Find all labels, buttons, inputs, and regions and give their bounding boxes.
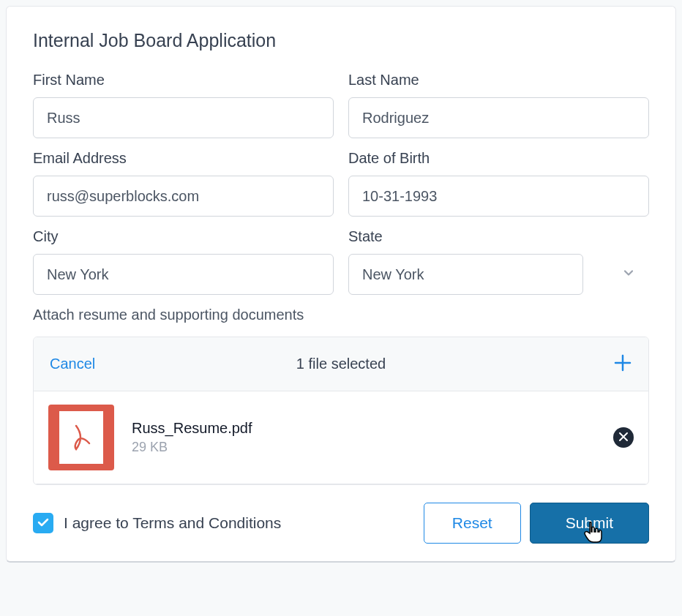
row-city-state: City State (33, 228, 649, 295)
state-label: State (348, 228, 649, 245)
dob-input[interactable] (348, 176, 649, 217)
submit-button-label: Submit (566, 514, 613, 532)
form-title: Internal Job Board Application (33, 30, 649, 51)
last-name-label: Last Name (348, 72, 649, 89)
file-item: Russ_Resume.pdf 29 KB (34, 391, 648, 484)
state-group: State (348, 228, 649, 295)
close-icon (618, 432, 629, 444)
remove-file-button[interactable] (613, 427, 634, 448)
chevron-down-icon (621, 266, 636, 283)
file-name: Russ_Resume.pdf (132, 420, 596, 437)
dob-group: Date of Birth (348, 150, 649, 217)
dob-label: Date of Birth (348, 150, 649, 167)
add-file-button[interactable] (613, 353, 632, 375)
file-size: 29 KB (132, 440, 596, 455)
file-count-text: 1 file selected (296, 356, 386, 372)
first-name-label: First Name (33, 72, 334, 89)
city-label: City (33, 228, 334, 245)
first-name-input[interactable] (33, 97, 334, 138)
pdf-inner (59, 411, 103, 464)
email-label: Email Address (33, 150, 334, 167)
attach-label: Attach resume and supporting documents (33, 307, 649, 323)
last-name-input[interactable] (348, 97, 649, 138)
check-icon (37, 516, 50, 531)
file-upload-header: Cancel 1 file selected (34, 337, 648, 391)
submit-button[interactable]: Submit (530, 503, 649, 544)
file-info: Russ_Resume.pdf 29 KB (132, 420, 596, 455)
email-input[interactable] (33, 176, 334, 217)
first-name-group: First Name (33, 72, 334, 138)
state-select-wrapper[interactable] (348, 254, 649, 295)
pdf-file-icon (48, 405, 114, 470)
application-form-card: Internal Job Board Application First Nam… (6, 6, 676, 563)
form-footer: I agree to Terms and Conditions Reset Su… (33, 503, 649, 544)
terms-label: I agree to Terms and Conditions (64, 514, 281, 532)
email-group: Email Address (33, 150, 334, 217)
terms-checkbox-wrap: I agree to Terms and Conditions (33, 513, 281, 533)
last-name-group: Last Name (348, 72, 649, 138)
button-group: Reset Submit (424, 503, 649, 544)
row-name: First Name Last Name (33, 72, 649, 138)
state-select[interactable] (348, 254, 583, 295)
city-group: City (33, 228, 334, 295)
file-header-inner: Cancel 1 file selected (50, 353, 632, 375)
terms-checkbox[interactable] (33, 513, 53, 533)
file-cancel-button[interactable]: Cancel (50, 356, 95, 372)
city-input[interactable] (33, 254, 334, 295)
row-email-dob: Email Address Date of Birth (33, 150, 649, 217)
file-upload-section: Cancel 1 file selected (33, 337, 649, 485)
plus-icon (613, 353, 632, 375)
reset-button[interactable]: Reset (424, 503, 521, 544)
